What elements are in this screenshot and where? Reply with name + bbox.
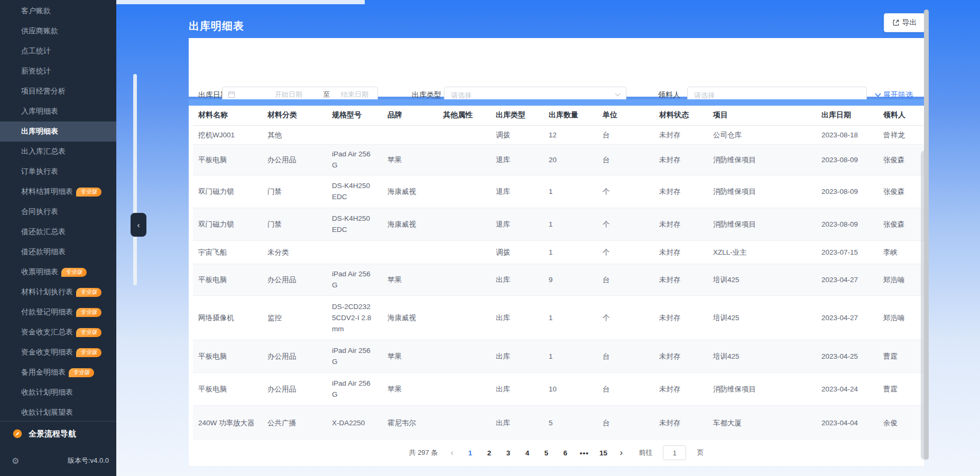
table-cell: 办公用品 xyxy=(262,372,327,405)
sidebar-item[interactable]: 收款计划展望表 xyxy=(0,403,116,423)
sidebar-divider xyxy=(0,421,116,422)
sidebar-item[interactable]: 出入库汇总表 xyxy=(0,142,116,162)
expand-filters-link[interactable]: 展开筛选 xyxy=(875,90,913,100)
table-cell: 12 xyxy=(543,125,597,144)
table-cell: X-DA2250 xyxy=(327,405,382,440)
page-number-button[interactable]: 2 xyxy=(483,449,495,457)
sidebar-item-label: 项目经营分析 xyxy=(21,87,66,96)
table-cell: 2023-08-09 xyxy=(816,144,878,175)
gear-icon[interactable]: ⚙ xyxy=(12,456,19,466)
sidebar-item-label: 材料结算明细表 xyxy=(21,187,73,197)
table-cell xyxy=(382,240,438,264)
sidebar-item-label: 供应商账款 xyxy=(21,26,58,36)
date-separator: 至 xyxy=(323,90,330,99)
table-cell: 台 xyxy=(597,340,654,372)
table-row[interactable]: 平板电脑办公用品iPad Air 256 G苹果出库1台未封存培训4252023… xyxy=(193,340,924,372)
export-label: 导出 xyxy=(902,18,917,27)
sidebar-item[interactable]: 订单执行表 xyxy=(0,162,116,182)
table-cell xyxy=(438,144,491,175)
table-cell: 2023-04-04 xyxy=(816,405,878,440)
sidebar-item[interactable]: 客户账款 xyxy=(0,1,116,21)
page-number-button[interactable]: 1 xyxy=(464,449,476,457)
sidebar-item[interactable]: 资金收支明细表专业版 xyxy=(0,342,116,362)
table-cell: 1 xyxy=(543,208,597,240)
sidebar-item[interactable]: 出库明细表 xyxy=(0,122,116,142)
table-cell: 未封存 xyxy=(654,144,708,175)
table-cell: 消防维保项目 xyxy=(708,372,816,405)
sidebar-item[interactable]: 项目经营分析 xyxy=(0,81,116,101)
table-cell: 曾祥龙 xyxy=(878,125,924,144)
table-cell: 郑浩喃 xyxy=(878,264,924,295)
table-cell: 未封存 xyxy=(654,372,708,405)
table-cell xyxy=(438,175,491,208)
table-cell: 培训425 xyxy=(708,340,816,372)
table-row[interactable]: 平板电脑办公用品iPad Air 256 G苹果出库10台未封存消防维保项目20… xyxy=(193,372,924,405)
table-cell: 5 xyxy=(543,405,597,440)
table-cell: 2023-08-09 xyxy=(816,208,878,240)
sidebar-item[interactable]: 材料结算明细表专业版 xyxy=(0,182,116,202)
table-cell: 培训425 xyxy=(708,295,816,340)
table-cell: iPad Air 256 G xyxy=(327,264,382,295)
page-number-button[interactable]: 5 xyxy=(540,449,552,457)
table-cell: 个 xyxy=(597,175,654,208)
table-cell: 挖机WJ001 xyxy=(193,125,262,144)
table-row[interactable]: 挖机WJ001其他调拨12台未封存公司仓库2023-08-18曾祥龙 xyxy=(193,125,924,144)
table-cell: 苹果 xyxy=(382,340,438,372)
page-number-button[interactable]: 3 xyxy=(502,449,514,457)
page-number-button[interactable]: 4 xyxy=(521,449,533,457)
sidebar-item[interactable]: 备用金明细表专业版 xyxy=(0,362,116,382)
goto-page-input[interactable] xyxy=(663,445,686,460)
sidebar-scrollbar[interactable] xyxy=(133,74,137,285)
sidebar-item[interactable]: 合同执行表 xyxy=(0,202,116,222)
sidebar-collapse-button[interactable]: ‹ xyxy=(131,213,146,237)
table-cell: 培训425 xyxy=(708,264,816,295)
table-row[interactable]: 宇宙飞船未分类调拨1个未封存XZLL-业主2023-07-15李峡 xyxy=(193,240,924,264)
column-header: 材料分类 xyxy=(262,106,327,125)
table-cell: iPad Air 256 G xyxy=(327,144,382,175)
table-cell: 出库 xyxy=(491,295,543,340)
page-suffix-label: 页 xyxy=(697,448,704,458)
table-row[interactable]: 平板电脑办公用品iPad Air 256 G苹果退库20台未封存消防维保项目20… xyxy=(193,144,924,175)
sidebar-item-label: 客户账款 xyxy=(21,6,51,16)
page-number-button[interactable]: 15 xyxy=(597,449,609,457)
sidebar-item[interactable]: 材料计划执行表专业版 xyxy=(0,282,116,302)
export-icon xyxy=(892,19,900,26)
table-cell: 台 xyxy=(597,144,654,175)
table-cell: 2023-04-25 xyxy=(816,340,878,372)
table-cell: 海康威视 xyxy=(382,208,438,240)
page-scrollbar[interactable] xyxy=(924,10,929,460)
sidebar-item[interactable]: 收款计划明细表 xyxy=(0,382,116,403)
table-row[interactable]: 平板电脑办公用品iPad Air 256 G苹果出库9台未封存培训4252023… xyxy=(193,264,924,295)
page-number-button[interactable]: 6 xyxy=(559,449,571,457)
table-cell xyxy=(438,405,491,440)
sidebar-item[interactable]: 借还款汇总表 xyxy=(0,222,116,242)
sidebar-item[interactable]: 收票明细表专业版 xyxy=(0,262,116,282)
next-page-button[interactable]: › xyxy=(616,447,626,458)
table-cell: 20 xyxy=(543,144,597,175)
sidebar-item[interactable]: 点工统计 xyxy=(0,41,116,61)
sidebar-item[interactable]: 入库明细表 xyxy=(0,101,116,122)
sidebar-item[interactable]: 供应商账款 xyxy=(0,21,116,41)
table-cell: 车都大厦 xyxy=(708,405,816,440)
sidebar-item-label: 借还款汇总表 xyxy=(21,227,66,237)
table-row[interactable]: 双门磁力锁门禁DS-K4H250 EDC海康威视退库1个未封存消防维保项目202… xyxy=(193,175,924,208)
previous-page-button[interactable]: ‹ xyxy=(447,447,457,458)
table-row[interactable]: 网络摄像机监控DS-2CD232 5CDV2-I 2.8 mm海康威视出库1个未… xyxy=(193,295,924,340)
sidebar-item[interactable]: 付款登记明细表专业版 xyxy=(0,302,116,322)
page-number-list: 123456•••15 xyxy=(464,449,609,457)
picker-filter-label: 领料人 xyxy=(658,90,680,100)
sidebar-item-panorama-nav[interactable]: 全景流程导航 xyxy=(0,423,116,444)
table-cell: 办公用品 xyxy=(262,340,327,372)
table-row[interactable]: 双门磁力锁门禁DS-K4H250 EDC海康威视退库1个未封存消防维保项目202… xyxy=(193,208,924,240)
export-button[interactable]: 导出 xyxy=(884,13,925,32)
table-cell: 平板电脑 xyxy=(193,144,262,175)
table-cell: 双门磁力锁 xyxy=(193,175,262,208)
sidebar-item[interactable]: 借还款明细表 xyxy=(0,242,116,262)
sidebar-item-label: 点工统计 xyxy=(21,46,51,56)
table-row[interactable]: 240W 功率放大器公共广播X-DA2250霍尼韦尔出库5台未封存车都大厦202… xyxy=(193,405,924,440)
sidebar-item[interactable]: 资金收支汇总表专业版 xyxy=(0,322,116,342)
column-header: 其他属性 xyxy=(438,106,491,125)
table-cell: 李峡 xyxy=(878,240,924,264)
table-cell: 网络摄像机 xyxy=(193,295,262,340)
sidebar-item[interactable]: 薪资统计 xyxy=(0,61,116,81)
